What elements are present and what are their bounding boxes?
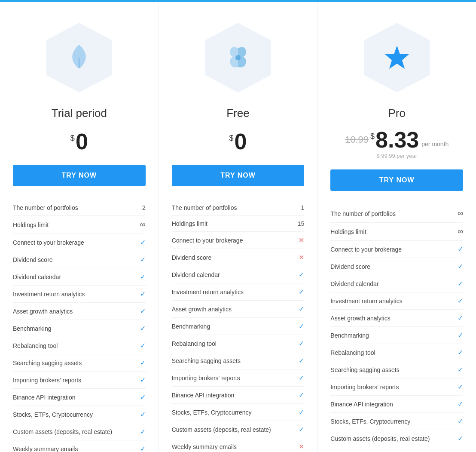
price-main: 0 — [76, 130, 88, 153]
feature-row: Custom assets (deposits, real estate)✓ — [13, 423, 146, 440]
check-icon: ✓ — [135, 290, 146, 298]
hexagon-pro — [358, 19, 436, 96]
feature-row: The number of portfolios∞ — [330, 205, 463, 223]
check-icon: ✓ — [453, 383, 463, 391]
feature-label: Dividend calendar — [330, 280, 453, 287]
feature-value: ∞ — [453, 227, 463, 236]
feature-row: Benchmarking✓ — [330, 327, 463, 344]
plan-col-free: Free $ 0 TRY NOWThe number of portfolios… — [159, 2, 318, 452]
feature-row: Holdings limit∞ — [330, 223, 463, 241]
check-icon: ✓ — [294, 288, 304, 296]
feature-label: Dividend score — [13, 256, 135, 263]
check-icon: ✓ — [453, 331, 463, 339]
feature-row: Searching sagging assets✓ — [172, 352, 305, 369]
svg-point-3 — [235, 55, 241, 60]
try-now-button-free[interactable]: TRY NOW — [172, 165, 305, 186]
feature-label: Searching sagging assets — [13, 360, 135, 366]
svg-marker-5 — [385, 46, 409, 69]
feature-label: The number of portfolios — [172, 204, 294, 211]
price-per-year: $ 99.99 per year — [376, 153, 417, 159]
feature-label: Asset growth analytics — [330, 315, 453, 322]
feature-label: Stocks, ETFs, Cryptocurrency — [172, 409, 294, 416]
hexagon-free — [199, 19, 277, 96]
feature-row: The number of portfolios1 — [172, 200, 305, 216]
feature-row: Benchmarking✓ — [13, 320, 146, 337]
plan-col-pro: Pro 10.99 $ 8.33 per month $ 99.99 per y… — [317, 2, 476, 452]
feature-row: Investment return analytics✓ — [13, 286, 146, 303]
feature-label: Investment return analytics — [172, 289, 294, 295]
feature-row: Holdings limit∞ — [13, 216, 146, 234]
check-icon: ✓ — [453, 314, 463, 322]
feature-row: Custom assets (deposits, real estate)✓ — [330, 430, 463, 447]
feature-label: Dividend calendar — [172, 271, 294, 278]
feature-value: 2 — [135, 204, 146, 211]
price-strikethrough: 10.99 — [345, 134, 369, 145]
price-main: 0 — [235, 130, 247, 153]
feature-label: Connect to your brokerage — [13, 239, 135, 246]
feature-label: The number of portfolios — [330, 210, 453, 217]
check-icon: ✓ — [135, 427, 146, 436]
feature-row: Importing brokers' reports✓ — [172, 369, 305, 387]
feature-row: Dividend score✓ — [13, 251, 146, 268]
check-icon: ✓ — [453, 245, 463, 253]
check-icon: ✓ — [135, 410, 146, 418]
check-icon: ✓ — [453, 366, 463, 374]
check-icon: ✓ — [135, 307, 146, 315]
check-icon: ✓ — [135, 341, 146, 350]
feature-label: Custom assets (deposits, real estate) — [330, 435, 453, 442]
check-icon: ✓ — [453, 400, 463, 408]
feature-row: Asset growth analytics✓ — [172, 301, 305, 318]
feature-label: Rebalancing tool — [13, 342, 135, 349]
feature-row: Stocks, ETFs, Cryptocurrency✓ — [172, 404, 305, 421]
check-icon: ✓ — [135, 445, 146, 452]
check-icon: ✓ — [135, 255, 146, 264]
leaf-icon — [66, 43, 92, 73]
feature-label: Searching sagging assets — [172, 357, 294, 364]
features-list-trial: The number of portfolios2Holdings limit∞… — [13, 200, 146, 452]
check-icon: ✓ — [294, 305, 304, 313]
feature-row: Weekly summary emails✓ — [13, 440, 146, 452]
feature-row: Connect to your brokerage✕ — [172, 232, 305, 249]
flower-icon — [224, 45, 252, 71]
try-now-button-pro[interactable]: TRY NOW — [330, 169, 463, 191]
feature-label: Dividend score — [172, 254, 294, 261]
cross-icon: ✕ — [294, 443, 304, 451]
feature-row: Dividend calendar✓ — [13, 268, 146, 286]
plan-icon-area-pro — [330, 19, 463, 96]
check-icon: ✓ — [135, 324, 146, 332]
feature-row: Binance API integration✓ — [13, 389, 146, 406]
feature-label: Importing brokers' reports — [330, 384, 453, 391]
plan-name-trial: Trial period — [13, 107, 146, 120]
feature-label: Holdings limit — [13, 221, 135, 228]
check-icon: ✓ — [453, 262, 463, 271]
feature-label: Connect to your brokerage — [172, 237, 294, 244]
feature-row: Rebalancing tool✓ — [330, 344, 463, 361]
check-icon: ✓ — [294, 425, 304, 434]
check-icon: ✓ — [453, 280, 463, 288]
feature-row: Searching sagging assets✓ — [13, 354, 146, 372]
feature-row: Weekly summary emails✓ — [330, 447, 463, 452]
price-dollar-sup: $ — [229, 134, 234, 143]
check-icon: ✓ — [294, 271, 304, 279]
feature-label: Investment return analytics — [13, 291, 135, 298]
check-icon: ✓ — [135, 376, 146, 384]
price-main: 8.33 — [375, 129, 419, 151]
try-now-button-trial[interactable]: TRY NOW — [13, 165, 146, 186]
feature-row: Investment return analytics✓ — [330, 292, 463, 310]
feature-row: Connect to your brokerage✓ — [13, 234, 146, 251]
feature-row: Custom assets (deposits, real estate)✓ — [172, 421, 305, 438]
feature-row: Benchmarking✓ — [172, 318, 305, 335]
plan-col-trial: Trial period $ 0 TRY NOWThe number of po… — [0, 2, 159, 452]
check-icon: ✓ — [453, 348, 463, 357]
feature-row: Asset growth analytics✓ — [13, 303, 146, 320]
feature-value: ∞ — [453, 209, 463, 218]
feature-label: Investment return analytics — [330, 298, 453, 304]
feature-row: Holdings limit15 — [172, 216, 305, 232]
features-list-pro: The number of portfolios∞Holdings limit∞… — [330, 205, 463, 452]
feature-row: Dividend calendar✓ — [172, 266, 305, 283]
check-icon: ✓ — [453, 297, 463, 305]
feature-row: Importing brokers' reports✓ — [13, 372, 146, 389]
feature-label: Connect to your brokerage — [330, 246, 453, 253]
feature-row: Stocks, ETFs, Cryptocurrency✓ — [13, 406, 146, 423]
check-icon: ✓ — [294, 339, 304, 347]
